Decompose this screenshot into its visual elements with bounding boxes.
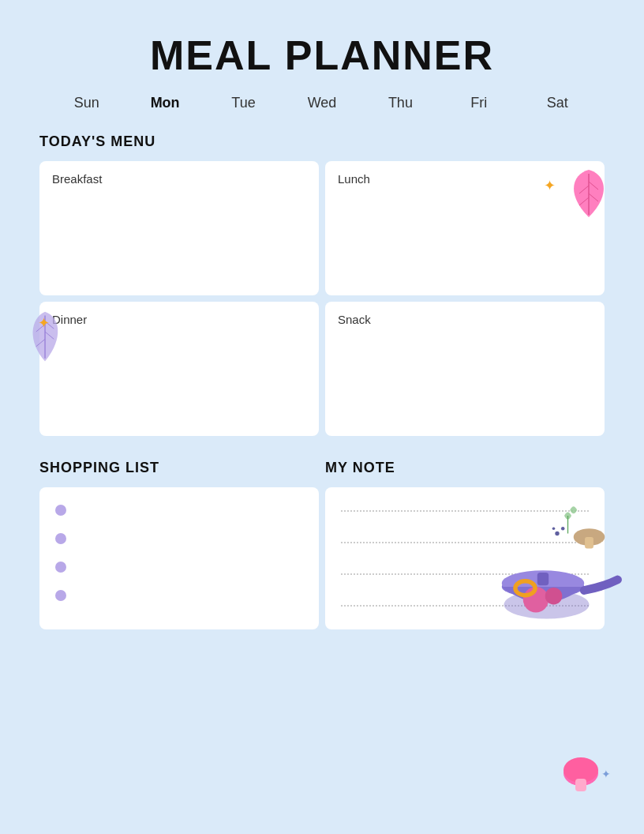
svg-point-15: [545, 588, 563, 605]
lunch-label: Lunch: [338, 172, 370, 186]
day-thu: Thu: [369, 95, 432, 111]
todays-menu-title: TODAY'S MENU: [39, 133, 605, 150]
shopping-item-2: [55, 533, 303, 544]
star-orange-icon: ✦: [544, 177, 556, 194]
svg-rect-18: [585, 537, 593, 548]
day-sun: Sun: [55, 95, 118, 111]
day-wed: Wed: [290, 95, 354, 111]
svg-point-22: [552, 527, 556, 530]
lunch-card[interactable]: Lunch: [325, 161, 605, 295]
shopping-item-4: [55, 590, 303, 601]
day-fri: Fri: [447, 95, 511, 111]
snack-label: Snack: [338, 313, 371, 326]
star-blue-icon: ✦: [601, 768, 611, 780]
shopping-card[interactable]: [39, 487, 319, 629]
mushroom-icon: [561, 751, 601, 795]
page: MEAL PLANNER Sun Mon Tue Wed Thu Fri Sat…: [0, 0, 644, 834]
dinner-card[interactable]: Dinner: [39, 302, 319, 436]
bullet-1: [55, 505, 66, 516]
svg-point-20: [555, 532, 559, 535]
days-row: Sun Mon Tue Wed Thu Fri Sat: [39, 95, 605, 111]
shopping-list-section: SHOPPING LIST: [39, 460, 319, 629]
shopping-item-3: [55, 562, 303, 573]
pink-leaf-icon: [565, 166, 612, 221]
bullet-2: [55, 533, 66, 544]
todays-menu-section: TODAY'S MENU Breakfast Lunch Dinner Snac…: [39, 133, 605, 436]
day-tue: Tue: [212, 95, 275, 111]
page-title: MEAL PLANNER: [39, 32, 605, 79]
snack-card[interactable]: Snack: [325, 302, 605, 436]
svg-point-21: [561, 527, 565, 531]
shopping-item-1: [55, 505, 303, 516]
my-note-title: MY NOTE: [325, 460, 605, 476]
breakfast-label: Breakfast: [52, 172, 102, 186]
breakfast-card[interactable]: Breakfast: [39, 161, 319, 295]
svg-rect-13: [537, 573, 549, 585]
bullet-4: [55, 590, 66, 601]
day-mon: Mon: [133, 95, 197, 111]
meal-grid: Breakfast Lunch Dinner Snack: [39, 161, 605, 436]
shopping-items: [55, 502, 303, 601]
day-sat: Sat: [526, 95, 589, 111]
svg-rect-25: [575, 779, 586, 791]
bullet-3: [55, 562, 66, 573]
frying-pan-icon: [486, 494, 628, 637]
star-orange-left-icon: ✦: [38, 314, 50, 332]
shopping-list-title: SHOPPING LIST: [39, 460, 319, 476]
